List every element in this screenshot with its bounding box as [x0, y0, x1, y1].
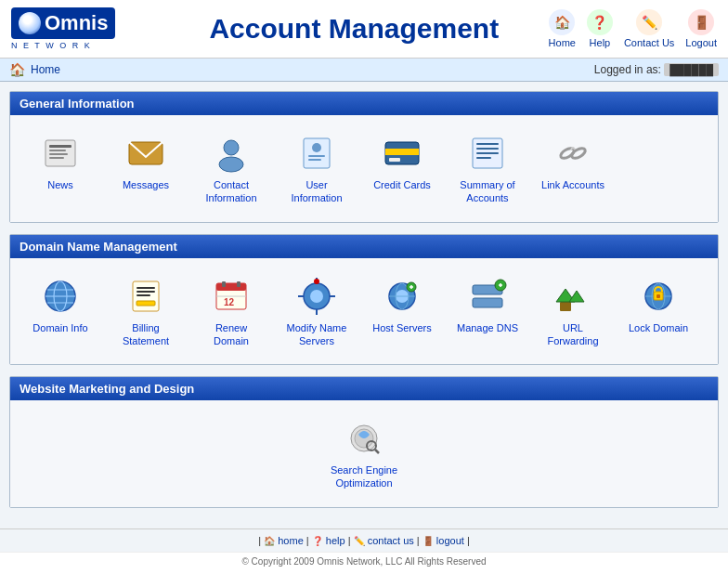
nav-contact[interactable]: ✏️ Contact Us: [624, 9, 674, 48]
nav-link-accounts[interactable]: Link Accounts: [532, 126, 614, 197]
logged-in-user: ██████: [664, 63, 719, 76]
modify-label: Modify NameServers: [287, 321, 347, 348]
link-accounts-icon: [552, 132, 594, 175]
nav-credit-cards[interactable]: Credit Cards: [361, 126, 443, 197]
nav-summary[interactable]: Summary ofAccounts: [447, 126, 528, 211]
svg-rect-8: [304, 138, 330, 168]
user-info-icon: [295, 132, 338, 175]
manage-dns-icon: [466, 275, 509, 318]
nav-contact-info[interactable]: ContactInformation: [190, 126, 272, 211]
credit-cards-icon: [381, 132, 423, 175]
messages-label: Messages: [123, 178, 169, 191]
lock-domain-label: Lock Domain: [629, 321, 688, 334]
svg-point-9: [312, 143, 321, 152]
marketing-header: Website Marketing and Design: [10, 377, 718, 400]
breadcrumb-home-label[interactable]: Home: [31, 63, 60, 76]
footer-logout-icon: 🚪: [422, 536, 434, 546]
breadcrumb-left: 🏠 Home: [9, 62, 60, 77]
news-icon: [39, 132, 82, 175]
nav-billing[interactable]: BillingStatement: [105, 269, 187, 354]
nav-domain-info[interactable]: Domain Info: [20, 269, 101, 340]
svg-rect-3: [49, 153, 68, 155]
footer-links: | 🏠 home | ❓ help | ✏️ contact us | 🚪 lo…: [0, 528, 728, 552]
help-icon: ❓: [587, 9, 613, 35]
link-accounts-label: Link Accounts: [541, 178, 604, 191]
nav-url-forwarding[interactable]: URLForwarding: [532, 269, 614, 354]
general-information-content: News Messages: [10, 115, 718, 222]
svg-marker-55: [569, 291, 584, 302]
billing-icon: [124, 275, 167, 318]
footer-contact-link[interactable]: contact us: [368, 535, 414, 546]
contact-nav-icon: ✏️: [636, 9, 662, 35]
svg-rect-18: [476, 152, 499, 154]
seo-icon: [343, 417, 385, 460]
svg-rect-35: [237, 281, 240, 287]
nav-host-servers[interactable]: Host Servers: [361, 269, 443, 340]
nav-logout[interactable]: 🚪 Logout: [685, 9, 717, 48]
svg-rect-19: [476, 157, 491, 159]
host-servers-label: Host Servers: [372, 321, 432, 334]
main-content: General Information News: [0, 82, 728, 528]
svg-rect-34: [222, 281, 226, 287]
domain-management-panel: Domain Name Management Domain Info: [9, 234, 719, 366]
summary-icon: [466, 132, 509, 175]
footer-home-link[interactable]: home: [278, 535, 304, 546]
svg-point-40: [314, 279, 319, 284]
svg-rect-1: [49, 145, 72, 148]
url-icon: [552, 275, 594, 318]
footer-copyright: © Copyright 2009 Omnis Network, LLC All …: [0, 552, 728, 570]
copyright-text: © Copyright 2009 Omnis Network, LLC All …: [241, 556, 486, 567]
logo-text: Omnis: [45, 11, 108, 35]
logo-icon: [19, 12, 41, 34]
nav-news[interactable]: News: [20, 126, 101, 197]
footer-home-icon: 🏠: [264, 536, 275, 546]
nav-home[interactable]: 🏠 Home: [549, 9, 576, 48]
page-title: Account Management: [209, 13, 499, 44]
nav-icons: 🏠 Home ❓ Help ✏️ Contact Us 🚪 Logout: [549, 9, 717, 48]
marketing-panel: Website Marketing and Design Search Engi…: [9, 376, 719, 508]
general-information-panel: General Information News: [9, 91, 719, 223]
svg-point-6: [224, 140, 239, 155]
title-area: Account Management: [160, 13, 549, 45]
domain-info-label: Domain Info: [32, 321, 87, 334]
logo[interactable]: Omnis: [11, 7, 115, 39]
marketing-title: Website Marketing and Design: [20, 382, 194, 396]
billing-label: BillingStatement: [123, 321, 169, 348]
general-information-header: General Information: [10, 92, 718, 115]
domain-management-content: Domain Info BillingStatement: [10, 258, 718, 365]
nav-lock-domain[interactable]: Lock Domain: [618, 269, 699, 340]
domain-management-grid: Domain Info BillingStatement: [20, 269, 708, 354]
svg-rect-49: [473, 298, 502, 307]
footer-logout-link[interactable]: logout: [436, 535, 464, 546]
svg-rect-29: [136, 291, 155, 293]
nav-renew[interactable]: 12 RenewDomain: [190, 269, 272, 354]
user-info-label: UserInformation: [291, 178, 342, 205]
news-label: News: [47, 178, 73, 191]
nav-seo[interactable]: Search Engine Optimization: [299, 411, 429, 496]
nav-manage-dns[interactable]: Manage DNS: [447, 269, 528, 340]
breadcrumb: 🏠 Home Logged in as: ██████: [0, 59, 728, 82]
breadcrumb-home-icon: 🏠: [9, 62, 25, 77]
nav-help[interactable]: ❓ Help: [587, 9, 613, 48]
logged-in-label: Logged in as:: [594, 63, 661, 76]
svg-rect-33: [216, 283, 246, 291]
svg-rect-53: [560, 302, 571, 311]
domain-management-title: Domain Name Management: [20, 240, 177, 254]
nav-modify[interactable]: Modify NameServers: [276, 269, 358, 354]
footer-help-link[interactable]: help: [326, 535, 345, 546]
url-forwarding-label: URLForwarding: [547, 321, 598, 348]
nav-messages[interactable]: Messages: [105, 126, 187, 197]
seo-label: Search Engine Optimization: [303, 463, 425, 490]
domain-info-icon: [39, 275, 82, 318]
svg-rect-13: [385, 149, 419, 155]
svg-point-39: [310, 290, 323, 303]
home-icon: 🏠: [549, 9, 575, 35]
modify-icon: [295, 275, 338, 318]
general-information-grid: News Messages: [20, 126, 708, 211]
svg-rect-28: [136, 287, 155, 289]
contact-info-label: ContactInformation: [205, 178, 256, 205]
marketing-content: Search Engine Optimization: [10, 400, 718, 507]
svg-rect-4: [49, 157, 64, 159]
svg-rect-16: [476, 143, 499, 145]
nav-user-info[interactable]: UserInformation: [276, 126, 358, 211]
